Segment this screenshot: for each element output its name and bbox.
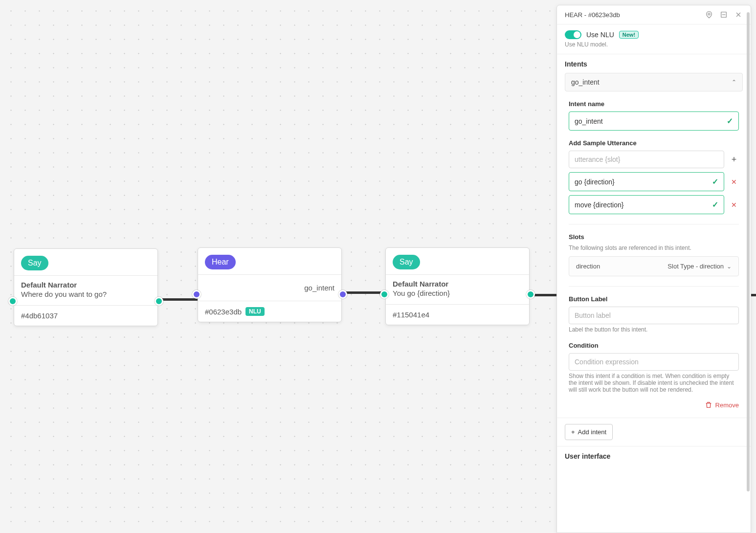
intent-name-value: go_intent [575, 117, 603, 125]
condition-input[interactable] [569, 353, 739, 371]
nlu-badge: NLU [245, 307, 265, 316]
add-intent-section: + Add intent [557, 418, 751, 446]
minimize-icon[interactable] [719, 10, 728, 19]
button-label-input[interactable] [569, 307, 739, 324]
add-intent-button[interactable]: + Add intent [565, 424, 613, 440]
pin-icon[interactable] [705, 10, 713, 19]
ui-section: User interface [557, 446, 751, 471]
remove-utterance-icon[interactable]: ✕ [729, 178, 739, 186]
port-in[interactable] [380, 290, 389, 299]
condition-hint: Show this intent if a condition is met. … [569, 373, 739, 393]
intent-selected: go_intent [571, 78, 600, 86]
panel-header: HEAR - #0623e3db [557, 5, 751, 24]
pill-say: Say [393, 255, 420, 269]
close-icon[interactable] [734, 10, 743, 19]
pill-say: Say [21, 256, 48, 270]
utterance-text: move {direction} [575, 201, 623, 209]
panel-title: HEAR - #0623e3db [565, 11, 705, 19]
ui-header: User interface [565, 452, 743, 460]
check-icon: ✓ [712, 200, 718, 209]
node-body: go_intent [198, 275, 341, 301]
plus-icon: + [571, 428, 575, 436]
node-footer: #115041e4 [386, 305, 529, 325]
condition-header: Condition [569, 342, 739, 349]
utterance-label: Add Sample Utterance [569, 139, 739, 147]
check-icon: ✓ [712, 177, 718, 186]
node-header: Say [14, 249, 157, 276]
remove-label: Remove [715, 401, 739, 409]
intent-accordion[interactable]: go_intent ⌃ [565, 73, 743, 91]
intents-section: Intents go_intent ⌃ Intent name go_inten… [557, 54, 751, 418]
node-body: Default Narrator You go {direction} [386, 275, 529, 305]
utterance-item[interactable]: go {direction} ✓ [569, 172, 724, 191]
port-in[interactable] [8, 297, 17, 306]
panel-scrollbar[interactable] [747, 12, 750, 491]
add-intent-label: Add intent [578, 428, 607, 436]
button-label-header: Button Label [569, 295, 739, 303]
remove-utterance-icon[interactable]: ✕ [729, 201, 739, 209]
slot-type-select[interactable]: Slot Type - direction ⌄ [667, 263, 732, 270]
node-say-1[interactable]: Say Default Narrator Where do you want t… [14, 248, 158, 326]
port-out[interactable] [155, 297, 163, 306]
node-say-2[interactable]: Say Default Narrator You go {direction} … [385, 247, 530, 325]
nlu-hint: Use NLU model. [565, 41, 743, 48]
speaker-label: Default Narrator [393, 280, 522, 288]
intent-name-input[interactable]: go_intent ✓ [569, 111, 739, 131]
speaker-label: Default Narrator [21, 281, 151, 289]
slots-header: Slots [569, 233, 739, 241]
pill-hear: Hear [205, 255, 236, 269]
chevron-down-icon: ⌄ [727, 263, 732, 270]
utterance-new-row: + [569, 151, 739, 168]
utterance-input[interactable] [569, 151, 724, 168]
node-hear[interactable]: Hear go_intent #0623e3db NLU [198, 247, 342, 322]
speech-line: You go {direction} [393, 289, 522, 297]
slot-type-value: Slot Type - direction [667, 263, 724, 270]
remove-intent-button[interactable]: Remove [569, 401, 739, 409]
speech-line: Where do you want to go? [21, 290, 151, 298]
port-out[interactable] [338, 290, 347, 299]
node-body: Default Narrator Where do you want to go… [14, 276, 157, 306]
panel-body: Use NLU New! Use NLU model. Intents go_i… [557, 24, 751, 533]
utterance-row-1: move {direction} ✓ ✕ [569, 195, 739, 214]
trash-icon [705, 401, 712, 409]
node-header: Say [386, 248, 529, 275]
node-footer: #0623e3db NLU [198, 301, 341, 322]
intent-details: Intent name go_intent ✓ Add Sample Utter… [565, 100, 743, 418]
node-header: Hear [198, 248, 341, 275]
node-id: #0623e3db [205, 308, 242, 316]
utterance-text: go {direction} [575, 178, 615, 186]
chevron-up-icon: ⌃ [732, 79, 736, 86]
utterance-row-0: go {direction} ✓ ✕ [569, 172, 739, 191]
node-footer: #4db61037 [14, 306, 157, 326]
slots-desc: The following slots are referenced in th… [569, 244, 739, 251]
slot-row[interactable]: direction Slot Type - direction ⌄ [569, 256, 739, 276]
node-id: #115041e4 [393, 311, 429, 319]
svg-point-0 [708, 13, 710, 15]
port-in[interactable] [192, 290, 201, 299]
nlu-toggle-label: Use NLU [586, 31, 614, 39]
intent-label: go_intent [304, 284, 334, 292]
add-utterance-icon[interactable]: + [729, 155, 739, 165]
utterance-item[interactable]: move {direction} ✓ [569, 195, 724, 214]
slot-name: direction [576, 263, 600, 270]
check-icon: ✓ [727, 116, 733, 126]
node-id: #4db61037 [21, 311, 58, 320]
port-out[interactable] [526, 290, 535, 299]
nlu-toggle[interactable] [565, 30, 581, 39]
new-badge: New! [619, 31, 639, 39]
intent-name-label: Intent name [569, 100, 739, 108]
button-label-hint: Label the button for this intent. [569, 326, 739, 333]
intents-header: Intents [565, 60, 743, 68]
nlu-section: Use NLU New! Use NLU model. [557, 24, 751, 54]
inspector-panel: HEAR - #0623e3db Use NLU New! Use NLU mo… [556, 5, 751, 533]
